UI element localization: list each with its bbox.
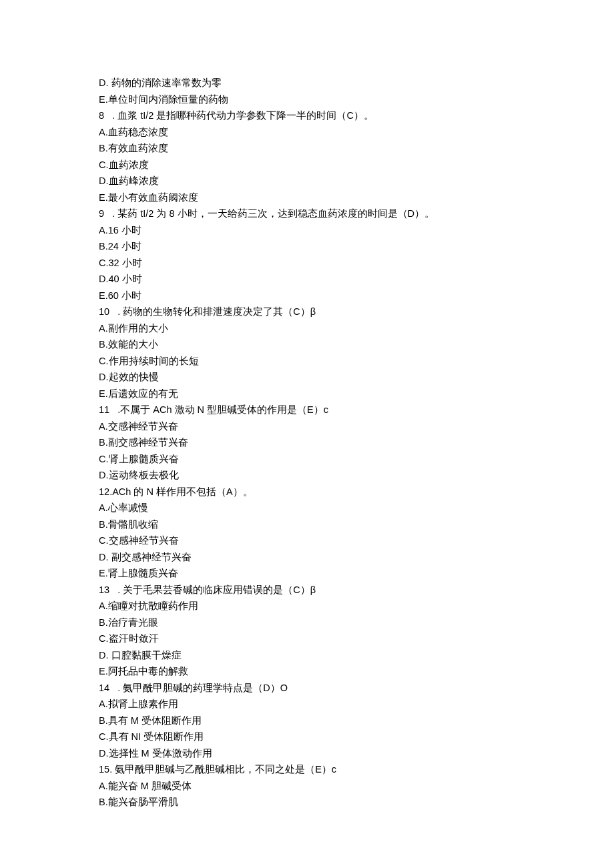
- text-line: A.心率减慢: [99, 500, 515, 516]
- text-line: A.缩瞳对抗散瞳药作用: [99, 598, 515, 614]
- text-line: D.选择性 M 受体激动作用: [99, 745, 515, 762]
- text-line: B.骨骼肌收缩: [99, 516, 515, 533]
- text-line: C.血药浓度: [99, 157, 515, 173]
- text-line: B.效能的大小: [99, 336, 515, 353]
- text-line: C.肾上腺髓质兴奋: [99, 451, 515, 468]
- text-line: 13 . 关于毛果芸香碱的临床应用错误的是（C）β: [99, 582, 515, 598]
- text-line: B.有效血药浓度: [99, 140, 515, 157]
- text-line: C.作用持续时间的长短: [99, 353, 515, 370]
- text-line: B.具有 M 受体阻断作用: [99, 713, 515, 729]
- text-line: A.拟肾上腺素作用: [99, 696, 515, 713]
- document-page: D. 药物的消除速率常数为零 E.单位时间内消除恒量的药物 8 . 血浆 tI/…: [0, 0, 614, 851]
- text-line: D.运动终板去极化: [99, 467, 515, 484]
- text-line: C.具有 NI 受体阻断作用: [99, 729, 515, 745]
- text-line: A.血药稳态浓度: [99, 124, 515, 141]
- text-line: E.最小有效血药阈浓度: [99, 189, 515, 206]
- text-line: E.单位时间内消除恒量的药物: [99, 91, 515, 108]
- text-line: C.交感神经节兴奋: [99, 532, 515, 549]
- text-line: D. 副交感神经节兴奋: [99, 549, 515, 566]
- text-line: 9 . 某药 tI/2 为 8 小时，一天给药三次，达到稳态血药浓度的时间是（D…: [99, 205, 515, 222]
- text-line: 15. 氨甲酰甲胆碱与乙酰胆碱相比，不同之处是（E）c: [99, 761, 515, 778]
- text-line: A.16 小时: [99, 222, 515, 239]
- text-line: 12.ACh 的 N 样作用不包括（A）。: [99, 484, 515, 500]
- text-line: D. 药物的消除速率常数为零: [99, 75, 515, 91]
- text-line: A.能兴奋 M 胆碱受体: [99, 778, 515, 795]
- text-line: B.副交感神经节兴奋: [99, 434, 515, 451]
- text-line: D.起效的快慢: [99, 369, 515, 386]
- text-line: 10 . 药物的生物转化和排泄速度决定了其（C）β: [99, 304, 515, 320]
- text-line: E.肾上腺髓质兴奋: [99, 565, 515, 582]
- text-line: 14 . 氨甲酰甲胆碱的药理学特点是（D）O: [99, 680, 515, 697]
- text-line: D.血药峰浓度: [99, 173, 515, 189]
- text-line: B.能兴奋肠平滑肌: [99, 794, 515, 811]
- text-line: D. 口腔黏膜干燥症: [99, 647, 515, 664]
- text-line: A.交感神经节兴奋: [99, 418, 515, 435]
- text-line: B.24 小时: [99, 238, 515, 255]
- text-line: C.盗汗时敛汗: [99, 630, 515, 647]
- text-line: E.后遗效应的有无: [99, 386, 515, 402]
- text-line: E.阿托品中毒的解救: [99, 663, 515, 680]
- text-line: A.副作用的大小: [99, 320, 515, 337]
- text-line: D.40 小时: [99, 271, 515, 288]
- text-line: B.治疗青光眼: [99, 614, 515, 631]
- text-line: 11 .不属于 ACh 激动 N 型胆碱受体的作用是（E）c: [99, 402, 515, 418]
- text-line: 8 . 血浆 tI/2 是指哪种药代动力学参数下降一半的时间（C）。: [99, 107, 515, 124]
- text-line: C.32 小时: [99, 255, 515, 272]
- text-line: E.60 小时: [99, 288, 515, 304]
